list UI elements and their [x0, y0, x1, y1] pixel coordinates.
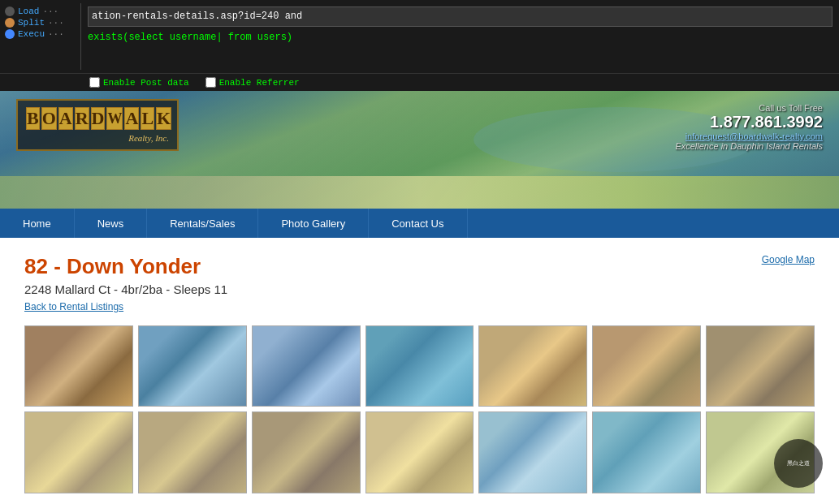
nav-contact-us[interactable]: Contact Us — [369, 209, 467, 238]
toolbar-content: ation-rentals-details.asp?id=240 and exi… — [81, 3, 839, 70]
photo-thumb-11[interactable] — [478, 411, 587, 493]
photo-thumb-1[interactable] — [138, 325, 247, 407]
referrer-checkbox[interactable] — [205, 77, 216, 88]
logo-letter-a2: A — [124, 107, 139, 130]
logo-title: B O A R D W A L K — [26, 107, 169, 130]
website-content: B O A R D W A L K Realty, Inc. Call us T… — [0, 91, 839, 504]
logo-letter-b: B — [26, 107, 40, 130]
load-item[interactable]: Load ··· — [5, 6, 76, 16]
property-info: 82 - Down Yonder 2248 Mallard Ct - 4br/2… — [24, 254, 227, 312]
photo-thumb-6[interactable] — [706, 325, 815, 407]
site-nav: Home News Rentals/Sales Photo Gallery Co… — [0, 209, 839, 238]
logo-area: B O A R D W A L K Realty, Inc. — [16, 99, 195, 196]
nav-photo-gallery[interactable]: Photo Gallery — [258, 209, 369, 238]
post-data-checkbox-label[interactable]: Enable Post data — [89, 77, 189, 88]
photo-thumb-8[interactable] — [138, 411, 247, 493]
photo-grid — [24, 325, 815, 493]
phone-number: 1.877.861.3992 — [675, 113, 823, 131]
photo-thumb-2[interactable] — [252, 325, 361, 407]
tagline: Excellence in Dauphin Island Rentals — [675, 141, 823, 151]
watermark-overlay: 黑白之道 — [774, 439, 823, 488]
photo-thumb-5[interactable] — [592, 325, 701, 407]
site-header: B O A R D W A L K Realty, Inc. Call us T… — [0, 91, 839, 209]
toll-free-label: Call us Toll Free — [675, 103, 823, 113]
execute-icon — [5, 29, 15, 39]
logo-letter-r: R — [75, 107, 89, 130]
load-icon — [5, 6, 15, 16]
logo-box: B O A R D W A L K Realty, Inc. — [16, 99, 179, 151]
nav-rentals-sales[interactable]: Rentals/Sales — [147, 209, 258, 238]
options-bar: Enable Post data Enable Referrer — [0, 73, 839, 91]
header-info: Call us Toll Free 1.877.861.3992 inforeq… — [675, 103, 823, 151]
sql-display[interactable]: exists(select username| from users) — [88, 32, 292, 43]
site-content: 82 - Down Yonder 2248 Mallard Ct - 4br/2… — [0, 238, 839, 504]
split-item[interactable]: Split ··· — [5, 18, 76, 28]
logo-letter-a: A — [58, 107, 73, 130]
photo-thumb-4[interactable] — [478, 325, 587, 407]
property-subtitle: 2248 Mallard Ct - 4br/2ba - Sleeps 11 — [24, 282, 227, 296]
photo-thumb-12[interactable] — [592, 411, 701, 493]
property-title: 82 - Down Yonder — [24, 254, 227, 279]
logo-letter-k: K — [156, 107, 171, 130]
split-icon — [5, 18, 15, 28]
content-top: 82 - Down Yonder 2248 Mallard Ct - 4br/2… — [24, 254, 815, 312]
photo-thumb-9[interactable] — [252, 411, 361, 493]
post-data-checkbox[interactable] — [89, 77, 100, 88]
photo-thumb-0[interactable] — [24, 325, 133, 407]
photo-thumb-10[interactable] — [365, 411, 474, 493]
photo-thumb-7[interactable] — [24, 411, 133, 493]
photo-thumb-3[interactable] — [365, 325, 474, 407]
google-map-link[interactable]: Google Map — [762, 254, 815, 265]
email-link[interactable]: inforequest@boardwalk-realty.com — [675, 131, 823, 141]
nav-home[interactable]: Home — [0, 209, 75, 238]
logo-letter-d: D — [91, 107, 106, 130]
execute-item[interactable]: Execu ··· — [5, 29, 76, 39]
back-to-listings-link[interactable]: Back to Rental Listings — [24, 301, 227, 312]
referrer-checkbox-label[interactable]: Enable Referrer — [205, 77, 300, 88]
nav-news[interactable]: News — [75, 209, 148, 238]
toolbar: Load ··· Split ··· Execu ··· ation-renta… — [0, 0, 839, 73]
logo-letter-o: O — [41, 107, 57, 130]
logo-letter-w: W — [106, 107, 123, 130]
toolbar-left-panel: Load ··· Split ··· Execu ··· — [0, 3, 81, 70]
url-display[interactable]: ation-rentals-details.asp?id=240 and — [88, 6, 833, 27]
logo-letter-l: L — [141, 107, 154, 130]
logo-subtitle: Realty, Inc. — [26, 133, 169, 143]
